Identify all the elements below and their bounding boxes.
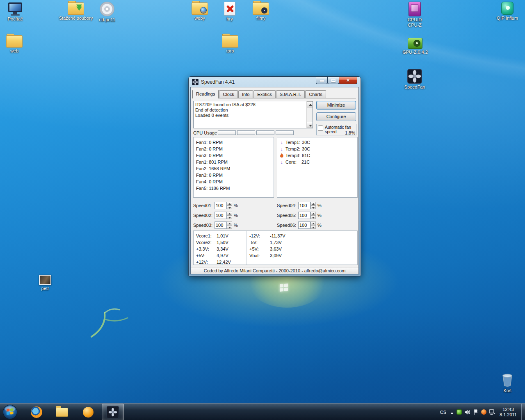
voltage-value: -11,37V [270,233,285,239]
hidden-icons-chevron[interactable] [449,409,455,416]
speed06-spinner[interactable] [310,221,316,229]
temp-reading: ↓ Temp1: 30C [280,139,355,146]
temp-label: Temp3: [285,152,300,159]
tab-smart[interactable]: S.M.A.R.T. [276,90,305,98]
fan-reading: Fan3: 0 RPM [196,152,271,159]
voltage-value: 1,50V [217,239,228,246]
tray-updater-icon[interactable] [480,404,488,420]
desktop-icon-gpuz[interactable]: GPU-Z.0.4.2 [398,38,432,55]
show-desktop-button[interactable] [521,404,525,420]
speed01-spinner[interactable] [227,202,232,209]
clock-time: 12:43 [500,407,517,412]
tray-network-icon[interactable] [488,404,496,420]
language-indicator[interactable]: CS [438,408,449,416]
desktop-icon-hry[interactable]: hry [212,2,247,22]
desktop-icon-label: hry [212,16,247,22]
tab-clock[interactable]: Clock [219,90,238,98]
downloads-folder-icon [68,2,84,15]
minimize-window-button[interactable] [316,77,328,84]
desktop-icon-label: filmy [244,16,278,21]
close-window-button[interactable]: × [339,77,357,84]
temp-value: 30C [302,139,310,146]
taskbar-media-button[interactable] [79,404,98,420]
voltage-label: +5V: [249,246,270,252]
voltage-column-1: Vcore1:1,01V Vcore2:1,50V +3.3V:3,34V +5… [194,231,247,265]
tab-info[interactable]: Info [238,90,253,98]
chevron-up-icon [450,412,454,414]
speed02-input[interactable] [215,212,227,219]
computer-icon [7,2,23,16]
speed-label: Speed04: [277,203,298,208]
log-line: End of detection [195,107,305,113]
detection-log[interactable]: IT8720F found on ISA at $228 End of dete… [193,101,313,128]
log-scrollbar[interactable] [306,101,313,128]
maximize-window-button[interactable] [327,77,339,84]
voltage-label: +3.3V: [196,246,217,252]
web-folder-icon [192,2,208,15]
desktop-icon-stazene-soubory[interactable]: Stažené soubory [59,2,93,21]
tab-readings[interactable]: Readings [192,90,219,98]
speed01-input[interactable] [215,202,227,209]
folder-icon [6,35,23,48]
configure-button[interactable]: Configure [316,112,356,121]
temp-label: Temp2: [285,146,300,152]
minimize-button[interactable]: Minimize [316,101,356,110]
desktop-icon-rld-pe11[interactable]: rld-pe11 [90,2,124,23]
voltage-column-2: -12V:-11,37V -5V:1,73V +5V:3,63V Vbat:3,… [247,231,300,265]
speed03-spinner[interactable] [227,221,232,229]
desktop-icon-filmy[interactable]: filmy [244,2,278,21]
taskbar-speedfan-button[interactable] [102,404,124,420]
arrow-down-icon [309,125,312,127]
arrow-up-icon [309,104,312,106]
speed-label: Speed02: [193,213,215,218]
taskbar-explorer-button[interactable] [52,404,71,420]
tray-action-center-flag-icon[interactable] [472,404,480,420]
temperature-readings-panel: ↓ Temp1: 30C ↓ Temp2: 30C Temp3: 81C ↓ C… [277,137,358,198]
desktop-icon-qip[interactable]: QIP Infium [490,2,525,21]
desktop-icon-petr[interactable]: petr [28,275,62,291]
desktop-icon-toro[interactable]: toro [213,35,247,54]
temp-down-arrow-icon: ↓ [280,159,284,165]
tab-exotics[interactable]: Exotics [253,90,275,98]
desktop-icon-label: toro [213,48,247,54]
image-thumbnail-icon [39,275,51,285]
temp-value: 30C [302,146,310,152]
percent-label: % [317,223,322,228]
desktop: Počítač Stažené soubory rld-pe11 weby hr… [0,0,525,420]
scroll-down-button[interactable] [307,122,313,128]
speed04-spinner[interactable] [310,202,316,209]
speed06-row: Speed06: % [277,221,322,229]
speed05-spinner[interactable] [310,212,316,219]
desktop-icon-web[interactable]: web [0,35,32,54]
desktop-icon-pocitac[interactable]: Počítač [0,2,32,22]
speed06-input[interactable] [298,221,310,229]
speed05-input[interactable] [298,212,310,219]
speed-label: Speed05: [277,213,298,218]
desktop-icon-weby[interactable]: weby [183,2,217,21]
percent-label: % [317,203,322,208]
speed04-input[interactable] [298,202,310,209]
firefox-icon [31,406,42,418]
taskbar-clock[interactable]: 12:43 8.1.2011 [496,407,521,418]
voltage-label: Vcore2: [196,239,217,246]
credits-footer: Coded by Alfredo Milani Comparetti - 200… [191,267,358,274]
desktop-icon-label: petr [28,286,62,291]
desktop-icon-recycle-bin[interactable]: Koš [490,372,525,393]
temp-down-arrow-icon: ↓ [280,146,284,152]
taskbar-firefox-button[interactable] [27,404,46,420]
wallpaper-sprout [88,301,142,338]
speed02-spinner[interactable] [227,212,232,219]
start-button[interactable] [2,404,18,420]
tab-charts[interactable]: Charts [305,90,326,98]
speed03-input[interactable] [215,221,227,229]
cpu-usage-bar [237,130,255,135]
window-client-area: Readings Clock Info Exotics S.M.A.R.T. C… [190,87,359,274]
scroll-up-button[interactable] [307,101,313,107]
desktop-icon-cpuz[interactable]: CPUID CPU-Z [397,2,432,28]
desktop-icon-speedfan[interactable]: SpeedFan [397,69,432,90]
voltage-label: +5V: [196,252,217,259]
tray-antivirus-icon[interactable] [455,404,463,420]
explorer-folder-icon [56,408,68,417]
tray-volume-icon[interactable] [463,404,472,420]
speedfan-icon [107,406,119,418]
